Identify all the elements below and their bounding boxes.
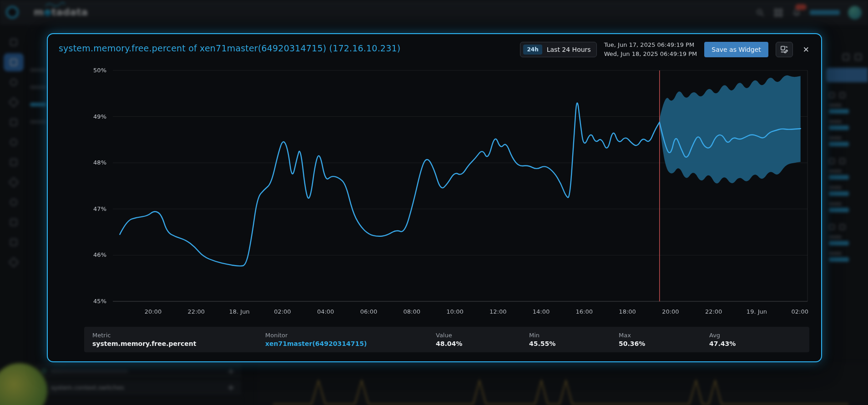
chart-area: 45%46%47%48%49%50%20:0022:0018. Jun02:00… bbox=[51, 60, 821, 324]
svg-text:22:00: 22:00 bbox=[188, 308, 205, 315]
modal-header: system.memory.free.percent of xen71maste… bbox=[48, 34, 821, 60]
date-to: Wed, Jun 18, 2025 06:49:19 PM bbox=[604, 50, 697, 59]
svg-text:46%: 46% bbox=[93, 251, 106, 258]
time-range-badge: 24h bbox=[523, 45, 542, 55]
time-range-selector[interactable]: 24h Last 24 Hours bbox=[520, 42, 596, 57]
metric-label: Metric bbox=[92, 332, 265, 339]
value-value: 48.04% bbox=[436, 340, 529, 347]
min-label: Min bbox=[529, 332, 619, 339]
monitor-label: Monitor bbox=[265, 332, 436, 339]
svg-text:08:00: 08:00 bbox=[403, 308, 420, 315]
svg-text:06:00: 06:00 bbox=[360, 308, 377, 315]
metric-summary-bar: Metric system.memory.free.percent Monito… bbox=[84, 327, 809, 352]
metric-value: system.memory.free.percent bbox=[92, 340, 265, 347]
max-label: Max bbox=[619, 332, 709, 339]
min-value: 45.55% bbox=[529, 340, 619, 347]
svg-text:12:00: 12:00 bbox=[490, 308, 506, 315]
svg-text:20:00: 20:00 bbox=[662, 308, 679, 315]
svg-text:14:00: 14:00 bbox=[533, 308, 550, 315]
svg-text:02:00: 02:00 bbox=[274, 308, 291, 315]
svg-text:16:00: 16:00 bbox=[576, 308, 593, 315]
date-range-picker[interactable]: Tue, Jun 17, 2025 06:49:19 PM Wed, Jun 1… bbox=[604, 40, 697, 58]
svg-text:02:00: 02:00 bbox=[791, 308, 808, 315]
svg-text:45%: 45% bbox=[93, 298, 106, 305]
svg-text:22:00: 22:00 bbox=[705, 308, 722, 315]
widget-grid-icon bbox=[780, 45, 788, 54]
metric-detail-modal: system.memory.free.percent of xen71maste… bbox=[47, 33, 822, 362]
svg-text:48%: 48% bbox=[93, 159, 106, 166]
svg-text:10:00: 10:00 bbox=[446, 308, 463, 315]
max-value: 50.36% bbox=[619, 340, 709, 347]
monitor-link[interactable]: xen71master(64920314715) bbox=[265, 340, 436, 347]
value-label: Value bbox=[436, 332, 529, 339]
svg-text:47%: 47% bbox=[93, 205, 106, 212]
date-from: Tue, Jun 17, 2025 06:49:19 PM bbox=[604, 40, 697, 50]
metric-chart[interactable]: 45%46%47%48%49%50%20:0022:0018. Jun02:00… bbox=[51, 60, 816, 324]
save-as-widget-button[interactable]: Save as Widget bbox=[704, 42, 768, 57]
time-range-label: Last 24 Hours bbox=[547, 46, 591, 53]
svg-text:19. Jun: 19. Jun bbox=[747, 308, 767, 315]
avg-label: Avg bbox=[709, 332, 801, 339]
svg-text:18. Jun: 18. Jun bbox=[229, 308, 250, 315]
svg-text:20:00: 20:00 bbox=[145, 308, 161, 315]
avg-value: 47.43% bbox=[709, 340, 801, 347]
svg-text:50%: 50% bbox=[93, 67, 106, 74]
widget-options-button[interactable] bbox=[776, 42, 793, 57]
modal-title: system.memory.free.percent of xen71maste… bbox=[59, 40, 400, 53]
close-button[interactable]: ✕ bbox=[800, 42, 812, 57]
svg-text:49%: 49% bbox=[93, 113, 106, 120]
svg-text:04:00: 04:00 bbox=[317, 308, 334, 315]
close-icon: ✕ bbox=[803, 45, 809, 54]
svg-text:18:00: 18:00 bbox=[619, 308, 636, 315]
